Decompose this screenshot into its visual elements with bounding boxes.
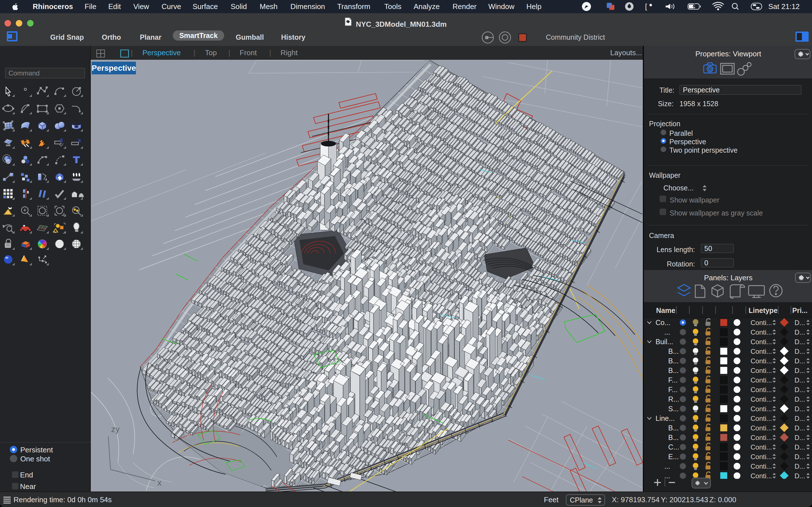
svg-text:R...: R... <box>668 395 679 403</box>
svg-text:B...: B... <box>668 367 679 374</box>
svg-text:x: x <box>157 478 161 487</box>
svg-text:Conti...: Conti... <box>751 462 772 470</box>
svg-text:F...: F... <box>668 376 677 384</box>
svg-text:Conti...: Conti... <box>751 328 772 336</box>
svg-text:D...: D... <box>795 338 805 346</box>
svg-text:E...: E... <box>668 453 679 460</box>
svg-text:Buil...: Buil... <box>656 338 673 346</box>
svg-text:zy: zy <box>111 425 119 434</box>
svg-text:Conti...: Conti... <box>751 338 772 346</box>
svg-text:...: ... <box>664 328 670 336</box>
svg-text:Conti...: Conti... <box>751 357 772 365</box>
svg-text:Conti...: Conti... <box>751 472 772 479</box>
svg-text:B...: B... <box>668 357 679 365</box>
svg-text:C...: C... <box>668 443 679 451</box>
svg-text:Conti...: Conti... <box>751 424 772 432</box>
svg-text:...: ... <box>664 462 670 470</box>
svg-text:D...: D... <box>795 443 805 451</box>
svg-text:F...: F... <box>668 386 677 393</box>
svg-text:S...: S... <box>668 405 679 413</box>
svg-text:D...: D... <box>795 472 805 479</box>
svg-text:Conti...: Conti... <box>751 395 772 403</box>
svg-text:Conti...: Conti... <box>751 453 772 460</box>
svg-text:Conti...: Conti... <box>751 434 772 441</box>
svg-text:D...: D... <box>795 434 805 441</box>
svg-text:D...: D... <box>795 367 805 374</box>
svg-text:B...: B... <box>668 347 679 355</box>
svg-text:Line...: Line... <box>656 414 675 422</box>
svg-text:D...: D... <box>795 453 805 460</box>
svg-text:D...: D... <box>795 424 805 432</box>
svg-text:D...: D... <box>795 386 805 393</box>
svg-text:Conti...: Conti... <box>751 319 772 327</box>
svg-text:[: [ <box>645 3 647 10</box>
svg-text:D...: D... <box>795 414 805 422</box>
svg-text:D...: D... <box>795 462 805 470</box>
svg-text:B...: B... <box>668 424 679 432</box>
svg-text:Conti...: Conti... <box>751 405 772 413</box>
svg-text:D...: D... <box>795 376 805 384</box>
svg-text:Conti...: Conti... <box>751 348 772 355</box>
svg-text:Conti...: Conti... <box>751 443 772 451</box>
svg-text:D...: D... <box>795 328 805 336</box>
svg-text:B...: B... <box>668 434 679 441</box>
svg-text:D...: D... <box>795 319 805 327</box>
svg-text:D...: D... <box>795 395 805 403</box>
svg-text:D...: D... <box>795 348 805 355</box>
svg-text:D...: D... <box>795 405 805 413</box>
svg-text:Conti...: Conti... <box>751 386 772 393</box>
svg-text:Conti...: Conti... <box>751 376 772 384</box>
svg-text:Co...: Co... <box>656 319 670 327</box>
svg-text:Conti...: Conti... <box>751 414 772 422</box>
svg-text:D...: D... <box>795 357 805 365</box>
svg-text:Conti...: Conti... <box>751 367 772 374</box>
